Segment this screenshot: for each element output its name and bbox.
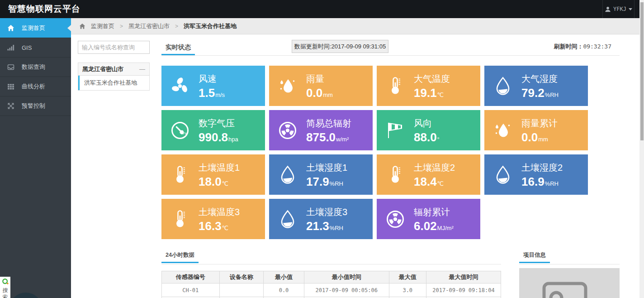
sensor-value: 0.0 (521, 131, 538, 143)
search-input[interactable] (78, 41, 150, 54)
tab-realtime-status[interactable]: 实时状态 (161, 40, 195, 55)
browser-search-sidebar[interactable]: 搜 索 (0, 277, 10, 298)
sidebar-item-data-query[interactable]: 数据查询 (0, 58, 71, 77)
sidebar-item-gis[interactable]: GIS (0, 38, 71, 58)
sidebar-item-alert-control[interactable]: 预警控制 (0, 96, 71, 116)
table-row: CH-01 0.0 2017-09-09 00:05:06 3.0 2017-0… (162, 284, 501, 297)
sensor-value: 1.5 (199, 87, 215, 99)
sensor-label: 土壤湿度1 (306, 163, 347, 173)
sensor-value: 17.9 (306, 176, 329, 187)
sensor-label: 土壤温度2 (414, 163, 455, 173)
sensor-card-soil-temperature-2: 土壤温度2 18.4℃ (377, 154, 480, 195)
cell-max-value: 3.0 (389, 284, 426, 297)
sensor-card-soil-humidity-2: 土壤湿度2 16.9%RH (484, 154, 588, 195)
page-scrollbar (639, 0, 644, 298)
sensor-label: 数字气压 (199, 118, 238, 128)
sensor-unit: ℃ (437, 180, 444, 187)
collapse-icon[interactable]: — (139, 66, 145, 72)
droplet-icon (484, 164, 521, 186)
refresh-time-value: 09:32:37 (583, 43, 611, 50)
sensor-label: 土壤温度3 (199, 207, 240, 217)
table-header-row: 传感器编号 设备名称 最小值 最小值时间 最大值 最大值时间 (162, 271, 501, 284)
overlay-char: 搜 (0, 287, 10, 294)
sensor-value: 19.1 (414, 87, 437, 99)
sensor-card-soil-humidity-3: 土壤湿度3 21.3%RH (269, 199, 373, 239)
sensor-card-soil-humidity-1: 土壤湿度1 17.9%RH (269, 154, 373, 195)
cell-max-time: 2017-09-09 09:18:04 (426, 284, 501, 297)
sidebar-item-monitor-home[interactable]: 监测首页 (0, 18, 71, 38)
column-header: 传感器编号 (162, 271, 220, 284)
sensor-label: 简易总辐射 (306, 118, 351, 128)
tab-divider (519, 264, 620, 264)
thermometer-icon (161, 208, 199, 230)
cell-device-name (219, 284, 264, 297)
signal-icon (7, 44, 14, 51)
sensor-unit: %RH (545, 91, 559, 98)
tree-group-label: 黑龙江省密山市 (82, 65, 123, 73)
sensor-value: 0.0 (306, 87, 322, 99)
sensor-unit: %RH (330, 180, 343, 187)
tree-item-station[interactable]: 洪军玉米合作社基地 (78, 76, 149, 90)
sensor-label: 大气湿度 (521, 74, 559, 84)
thermometer-icon (377, 164, 414, 186)
sensor-card-soil-temperature-3: 土壤温度3 16.3℃ (161, 199, 265, 239)
tree-group-city[interactable]: 黑龙江省密山市 — (78, 63, 149, 76)
sidebar-item-label: 监测首页 (22, 24, 45, 32)
sidebar-item-label: 数据查询 (22, 63, 45, 71)
sensor-cards-grid: 风速 1.5m/s 雨量 0.0mm 大气温度 19.1℃ 大气湿度 79.2%… (161, 66, 588, 239)
sensor-card-soil-temperature-1: 土壤温度1 18.0℃ (161, 154, 265, 195)
header-bar: 智慧物联网云平台 YFKJ (0, 0, 639, 18)
sensor-card-radiation-total: 辐射累计 6.02MJ/m² (377, 199, 480, 239)
cell-min-time: 2017-09-09 00:05:06 (304, 284, 389, 297)
column-header: 设备名称 (219, 271, 264, 284)
sensor-card-wind-speed: 风速 1.5m/s (161, 66, 265, 106)
sensor-value: 16.3 (199, 220, 222, 232)
sensor-value: 6.02 (414, 220, 437, 232)
refresh-time: 刷新时间：09:32:37 (470, 43, 611, 51)
raindrops-icon (484, 120, 521, 141)
sensor-value: 79.2 (521, 87, 545, 99)
sensor-unit: ° (437, 136, 440, 143)
sensor-label: 风速 (199, 74, 225, 84)
scrollbar-thumb[interactable] (640, 2, 644, 140)
sensor-label: 雨量累计 (521, 118, 558, 128)
raindrops-icon (269, 75, 306, 97)
droplet-icon (484, 75, 521, 97)
sensor-unit: ℃ (437, 91, 444, 98)
sidebar-nav: 监测首页 GIS 数据查询 曲线分析 预警控制 (0, 18, 71, 298)
column-header: 最小值 (264, 271, 304, 284)
chevron-down-icon (629, 8, 632, 10)
sensor-unit: w/m² (336, 136, 349, 143)
data-update-time-badge: 数据更新时间:2017-09-09 09:31:05 (292, 40, 388, 53)
sensor-unit: mm (323, 91, 333, 98)
sidebar-item-label: GIS (22, 44, 32, 51)
user-icon (605, 6, 611, 13)
sensor-label: 土壤湿度3 (306, 207, 347, 217)
project-image-placeholder (519, 268, 620, 298)
droplet-icon (269, 208, 306, 230)
breadcrumb-item[interactable]: 监测首页 (91, 22, 114, 30)
thermometer-icon (161, 164, 199, 186)
tab-24h-data[interactable]: 24小时数据 (161, 249, 199, 263)
username-label: YFKJ (613, 6, 626, 12)
breadcrumb: 监测首页 > 黑龙江省密山市 > 洪军玉米合作社基地 (71, 18, 639, 34)
sensor-value: 16.9 (521, 176, 545, 187)
sensor-value: 88.0 (414, 131, 437, 143)
tab-divider (161, 55, 620, 56)
sensor-unit: hpa (228, 136, 238, 143)
tab-label: 24小时数据 (161, 249, 199, 263)
droplet-icon (269, 164, 306, 186)
breadcrumb-item[interactable]: 黑龙江省密山市 (128, 22, 170, 30)
column-header: 最大值 (389, 271, 426, 284)
breadcrumb-current: 洪军玉米合作社基地 (184, 22, 237, 30)
tab-label: 实时状态 (161, 40, 195, 55)
sidebar-item-label: 预警控制 (22, 102, 45, 110)
user-dropdown[interactable]: YFKJ (602, 0, 635, 18)
cell-min-value: 0.0 (264, 284, 304, 297)
sidebar-item-curve-analysis[interactable]: 曲线分析 (0, 77, 71, 96)
windsock-icon (377, 120, 414, 141)
tab-project-info[interactable]: 项目信息 (519, 249, 550, 263)
sensor-card-air-humidity: 大气湿度 79.2%RH (484, 66, 588, 106)
sensor-unit: ℃ (222, 225, 229, 231)
sensor-unit: MJ/m² (437, 225, 454, 231)
